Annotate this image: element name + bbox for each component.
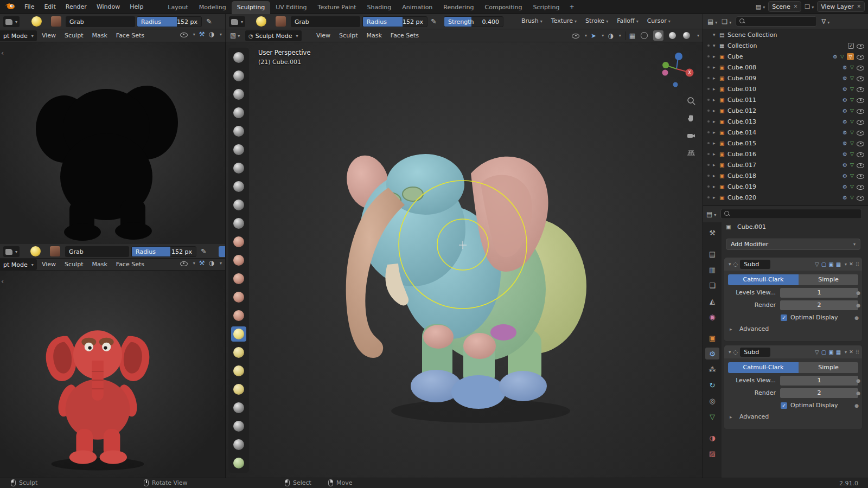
modifier-wrench-icon[interactable]: ⚙ bbox=[843, 86, 847, 92]
scene-browse-icon[interactable]: ▤▾ bbox=[756, 3, 765, 10]
shading-rendered-button[interactable] bbox=[681, 30, 692, 41]
animate-dot[interactable]: ● bbox=[856, 303, 860, 308]
workspace-tab[interactable]: Animation bbox=[397, 1, 438, 14]
tab-active-tool[interactable]: ⚒ bbox=[705, 227, 719, 239]
panel-expand-icon[interactable]: ▾ bbox=[729, 261, 731, 267]
topbar-menu[interactable]: Window bbox=[92, 1, 125, 12]
editor-type-icon[interactable]: ▧▾ bbox=[230, 31, 240, 39]
mesh-data-icon[interactable]: ▽ bbox=[850, 184, 854, 189]
show-in-viewport-toggle[interactable]: ▣ bbox=[828, 349, 833, 355]
mesh-data-icon[interactable]: ▽ bbox=[850, 173, 854, 178]
pressure-pen-icon[interactable]: ✎ bbox=[431, 17, 437, 25]
modifier-wrench-icon[interactable]: ⚙ bbox=[843, 162, 847, 168]
show-in-render-toggle[interactable]: ▦ bbox=[836, 349, 841, 355]
shading-dropdown-icon[interactable]: ◑ bbox=[209, 259, 214, 267]
topbar-menu[interactable]: Help bbox=[125, 1, 148, 12]
modifier-extras-icon[interactable]: ▾ bbox=[845, 350, 847, 355]
tab-constraints[interactable]: ◎ bbox=[705, 395, 719, 407]
expand-arrow-icon[interactable]: ▸ bbox=[713, 108, 719, 113]
tab-modifiers[interactable]: ⚙ bbox=[705, 348, 719, 359]
view-layer-icon[interactable]: ❏▾ bbox=[805, 3, 814, 10]
brush-name-field[interactable]: Grab bbox=[66, 16, 135, 27]
filter-funnel-icon[interactable]: ∇▾ bbox=[821, 18, 829, 25]
expand-arrow-icon[interactable]: ▾ bbox=[713, 43, 719, 48]
zoom-icon[interactable] bbox=[685, 94, 698, 107]
catmull-clark-button[interactable]: Catmull-Clark bbox=[728, 274, 799, 285]
animate-dot[interactable]: ● bbox=[856, 390, 860, 396]
expand-arrow-icon[interactable]: ▸ bbox=[713, 65, 719, 70]
blender-logo-icon[interactable] bbox=[4, 2, 15, 11]
drag-handle-icon[interactable]: ⠿ bbox=[856, 349, 859, 355]
expand-arrow-icon[interactable]: ▸ bbox=[713, 54, 719, 59]
gizmos-icon[interactable]: ➤ bbox=[591, 32, 596, 40]
outliner-object-row[interactable]: ▸ ▣ Cube.010 ⚙ ▽ ▽ bbox=[703, 84, 868, 94]
panel-expand-icon[interactable]: ▾ bbox=[729, 349, 731, 355]
header-menu[interactable]: Face Sets bbox=[112, 259, 148, 269]
mesh-data-icon[interactable]: ▽ bbox=[840, 54, 844, 59]
brush-preview-icon[interactable] bbox=[30, 246, 41, 256]
levels-render-field[interactable]: 2 bbox=[780, 300, 858, 310]
3d-viewport-main[interactable]: User Perspective (21) Cube.001 bbox=[225, 42, 703, 478]
workspace-tab[interactable]: Shading bbox=[362, 1, 397, 14]
levels-viewport-field[interactable]: 1 bbox=[780, 376, 858, 386]
add-workspace-button[interactable]: + bbox=[565, 2, 578, 12]
xray-toggle-icon[interactable]: ▦ bbox=[629, 32, 635, 40]
mesh-data-icon[interactable]: ▽ bbox=[850, 151, 854, 157]
brush-name-field[interactable]: Grab bbox=[65, 246, 129, 257]
advanced-expander[interactable]: ▸ Advanced bbox=[730, 413, 862, 420]
view-layer-field[interactable]: View Layer ✕ bbox=[817, 1, 865, 12]
animate-dot[interactable]: ● bbox=[854, 403, 859, 408]
pressure-pen-icon[interactable]: ✎ bbox=[206, 17, 212, 25]
tab-world[interactable]: ◉ bbox=[705, 311, 719, 323]
modifier-wrench-icon[interactable]: ⚙ bbox=[843, 140, 847, 146]
editor-type-icon[interactable]: ▤▾ bbox=[707, 18, 717, 25]
mode-selector[interactable]: pt Mode▾ bbox=[0, 259, 37, 270]
outliner-object-row[interactable]: ▸ ▣ Cube.018 ⚙ ▽ ▽ bbox=[703, 170, 868, 181]
tool-options-icon[interactable]: ⚒ bbox=[199, 30, 205, 38]
outliner-search-input[interactable] bbox=[748, 18, 813, 25]
radius-slider[interactable]: Radius 152 px bbox=[131, 246, 196, 257]
visibility-eye-icon[interactable] bbox=[857, 107, 864, 114]
brush-texture-icon[interactable] bbox=[276, 16, 286, 27]
mesh-data-icon[interactable]: ▽ bbox=[850, 119, 854, 124]
show-in-edit-mode-toggle[interactable]: ▢ bbox=[821, 261, 826, 267]
mode-selector[interactable]: pt Mode▾ bbox=[0, 30, 37, 41]
tab-object[interactable]: ▣ bbox=[705, 332, 719, 344]
header-menu[interactable]: Mask bbox=[88, 30, 111, 41]
expand-arrow-icon[interactable]: ▸ bbox=[713, 97, 719, 102]
remove-view-layer-icon[interactable]: ✕ bbox=[857, 4, 861, 9]
modifier-name-field[interactable]: Subd bbox=[740, 260, 770, 269]
expand-arrow-icon[interactable]: ▸ bbox=[713, 195, 719, 200]
levels-render-field[interactable]: 2 bbox=[780, 388, 858, 398]
show-on-cage-toggle[interactable]: ▽ bbox=[815, 261, 819, 267]
outliner-search[interactable] bbox=[736, 16, 817, 27]
show-in-render-toggle[interactable]: ▦ bbox=[836, 261, 841, 267]
workspace-tab[interactable]: Scripting bbox=[527, 1, 565, 14]
expand-arrow-icon[interactable]: ▸ bbox=[713, 162, 719, 168]
expand-arrow-icon[interactable]: ▸ bbox=[713, 173, 719, 178]
workspace-tab[interactable]: Compositing bbox=[480, 1, 528, 14]
tab-render[interactable]: ▤ bbox=[705, 248, 719, 260]
tab-scene[interactable]: ◭ bbox=[705, 295, 719, 307]
mesh-data-icon[interactable]: ▽ bbox=[850, 162, 854, 168]
mesh-data-icon[interactable]: ▽ bbox=[850, 130, 854, 135]
active-brush-selector[interactable]: ▾ bbox=[3, 16, 20, 27]
outliner-object-row[interactable]: ▸ ▣ Cube.008 ⚙ ▽ ▽ bbox=[703, 62, 868, 73]
visibility-eye-icon[interactable] bbox=[857, 194, 864, 201]
exclude-checkbox-icon[interactable]: ✓ bbox=[848, 43, 854, 49]
radius-slider[interactable]: Radius 152 px bbox=[362, 16, 427, 27]
left-viewport-bottom[interactable]: ‹ bbox=[0, 271, 225, 478]
tool-settings-menu[interactable]: Falloff▾ bbox=[613, 16, 642, 26]
active-facemap-icon[interactable]: ▽ bbox=[847, 53, 854, 60]
visibility-eye-icon[interactable] bbox=[857, 74, 864, 82]
strength-slider-clipped[interactable] bbox=[219, 246, 225, 257]
perspective-grid-icon[interactable] bbox=[685, 146, 698, 159]
add-modifier-button[interactable]: Add Modifier ▾ bbox=[726, 239, 860, 250]
visibility-eye-icon[interactable] bbox=[857, 172, 864, 179]
modifier-wrench-icon[interactable]: ⚙ bbox=[843, 195, 847, 201]
mode-selector[interactable]: ◔ Sculpt Mode▾ bbox=[245, 30, 302, 41]
visibility-eye-icon[interactable] bbox=[857, 96, 864, 104]
expand-arrow-icon[interactable]: ▸ bbox=[713, 130, 719, 135]
tab-object-data[interactable]: ▽ bbox=[705, 410, 719, 422]
brush-texture-icon[interactable] bbox=[50, 246, 60, 256]
